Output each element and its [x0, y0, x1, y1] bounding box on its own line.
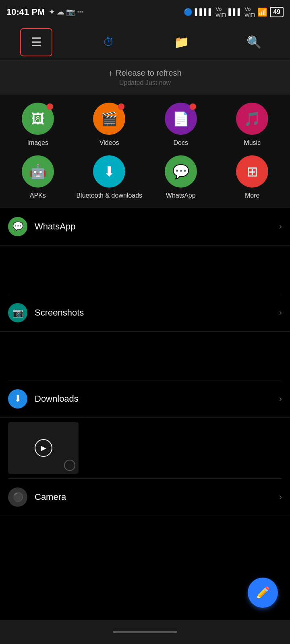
- section-header-screenshots-section[interactable]: 📷Screenshots›: [0, 294, 290, 332]
- wifi-icon: 📶: [257, 7, 267, 17]
- category-icon-wrap-apks: 🤖: [22, 155, 54, 188]
- category-item-whatsapp[interactable]: 💬WhatsApp: [147, 155, 215, 200]
- folder-button[interactable]: 📁: [165, 28, 197, 56]
- section-content-empty-screenshots-section: [0, 332, 290, 380]
- section-header-downloads-section[interactable]: ⬇Downloads›: [0, 380, 290, 418]
- fab-icon: ✏️: [256, 586, 270, 599]
- signal-icon-2: ▌▌▌: [228, 8, 242, 16]
- category-badge-videos: [118, 103, 124, 110]
- refresh-text: ↑ Release to refresh: [8, 68, 282, 78]
- category-label-docs: Docs: [174, 139, 188, 147]
- section-chevron-downloads-section: ›: [279, 394, 282, 404]
- category-icon-wrap-docs: 📄: [165, 103, 197, 135]
- notification-icons: ✦ ☁ 📷 ···: [49, 8, 83, 17]
- section-chevron-whatsapp-section: ›: [279, 221, 282, 232]
- fab-button[interactable]: ✏️: [248, 578, 278, 608]
- bluetooth-icon: 🔵: [184, 8, 193, 17]
- category-grid: 🖼Images🎬Videos📄Docs🎵Music🤖APKs⬇Bluetooth…: [0, 95, 290, 208]
- category-label-music: Music: [244, 139, 261, 147]
- status-time: 10:41 PM ✦ ☁ 📷 ···: [6, 7, 83, 17]
- system-icons: 🔵 ▌▌▌▌ VoWiFi ▌▌▌ VoWiFi 📶 49: [184, 6, 284, 18]
- menu-button[interactable]: ☰: [20, 28, 52, 56]
- play-button[interactable]: ▶: [35, 439, 52, 457]
- section-icon-screenshots-section: 📷: [8, 303, 27, 322]
- category-label-bluetooth: Bluetooth & downloads: [76, 192, 142, 200]
- section-icon-whatsapp-section: 💬: [8, 217, 27, 236]
- category-item-bluetooth[interactable]: ⬇Bluetooth & downloads: [76, 155, 143, 200]
- category-item-more[interactable]: ⊞More: [219, 155, 286, 200]
- refresh-subtext: Updated Just now: [8, 79, 282, 87]
- search-button[interactable]: 🔍: [238, 28, 270, 56]
- section-title-downloads-section: Downloads: [35, 394, 279, 404]
- category-circle-music: 🎵: [236, 103, 268, 135]
- clock-icon: ⏱: [103, 35, 114, 49]
- folder-icon: 📁: [174, 35, 189, 49]
- battery-indicator: 49: [270, 7, 284, 17]
- section-header-whatsapp-section[interactable]: 💬WhatsApp›: [0, 208, 290, 246]
- status-bar: 10:41 PM ✦ ☁ 📷 ··· 🔵 ▌▌▌▌ VoWiFi ▌▌▌ VoW…: [0, 0, 290, 24]
- section-title-whatsapp-section: WhatsApp: [35, 221, 279, 232]
- section-chevron-screenshots-section: ›: [279, 308, 282, 318]
- category-label-whatsapp: WhatsApp: [166, 192, 196, 200]
- bottom-nav-bar: [0, 620, 290, 644]
- category-badge-docs: [190, 103, 196, 110]
- category-item-images[interactable]: 🖼Images: [4, 103, 72, 147]
- time-text: 10:41 PM: [6, 7, 45, 17]
- hamburger-icon: ☰: [31, 35, 42, 49]
- search-icon: 🔍: [246, 35, 261, 49]
- video-thumbnail[interactable]: ▶: [8, 422, 79, 474]
- section-content-empty-whatsapp-section: [0, 246, 290, 294]
- category-label-videos: Videos: [99, 139, 119, 147]
- section-icon-downloads-section: ⬇: [8, 389, 27, 409]
- section-list: 💬WhatsApp›📷Screenshots›⬇Downloads›▶⚫Came…: [0, 208, 290, 564]
- category-icon-wrap-images: 🖼: [22, 103, 54, 135]
- category-item-docs[interactable]: 📄Docs: [147, 103, 215, 147]
- video-indicator: [64, 460, 75, 471]
- section-chevron-camera-section: ›: [279, 492, 282, 502]
- home-indicator: [113, 631, 177, 633]
- section-icon-camera-section: ⚫: [8, 487, 27, 507]
- vo-wifi-label-2: VoWiFi: [244, 6, 255, 18]
- recent-button[interactable]: ⏱: [93, 28, 125, 56]
- category-circle-apks: 🤖: [22, 155, 54, 188]
- category-icon-wrap-music: 🎵: [236, 103, 268, 135]
- category-icon-wrap-whatsapp: 💬: [165, 155, 197, 188]
- section-title-screenshots-section: Screenshots: [35, 308, 279, 318]
- section-header-camera-section[interactable]: ⚫Camera›: [0, 479, 290, 516]
- category-circle-whatsapp: 💬: [165, 155, 197, 188]
- category-circle-more: ⊞: [236, 155, 268, 188]
- category-badge-images: [47, 103, 53, 110]
- category-icon-wrap-more: ⊞: [236, 155, 268, 188]
- section-title-camera-section: Camera: [35, 492, 279, 502]
- toolbar: ☰ ⏱ 📁 🔍: [0, 24, 290, 60]
- category-item-music[interactable]: 🎵Music: [219, 103, 286, 147]
- category-item-apks[interactable]: 🤖APKs: [4, 155, 72, 200]
- category-circle-bluetooth: ⬇: [93, 155, 125, 188]
- category-label-apks: APKs: [30, 192, 46, 200]
- section-content-downloads-section: ▶: [0, 422, 290, 474]
- category-label-images: Images: [27, 139, 48, 147]
- vo-wifi-label: VoWiFi: [215, 6, 226, 18]
- refresh-banner: ↑ Release to refresh Updated Just now: [0, 60, 290, 95]
- category-icon-wrap-bluetooth: ⬇: [93, 155, 125, 188]
- section-content-empty-camera-section: [0, 516, 290, 564]
- signal-icon: ▌▌▌▌: [195, 8, 213, 16]
- category-icon-wrap-videos: 🎬: [93, 103, 125, 135]
- category-label-more: More: [245, 192, 259, 200]
- category-item-videos[interactable]: 🎬Videos: [76, 103, 143, 147]
